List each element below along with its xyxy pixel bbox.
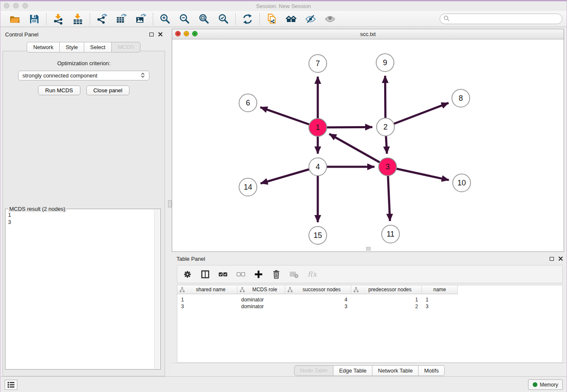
table-cell[interactable]: 1 [422, 297, 458, 303]
close-table-panel-icon[interactable] [559, 256, 563, 262]
canvas-resize-grip[interactable] [366, 247, 371, 251]
column-header-successor-nodes[interactable]: successor nodes [285, 285, 351, 294]
delete-columns-button[interactable] [271, 269, 281, 279]
table-cell[interactable]: 3 [177, 304, 237, 309]
result-scrollbar[interactable] [154, 210, 160, 369]
table-panel-header: Table Panel [172, 253, 567, 264]
edge-2-8[interactable] [385, 103, 449, 127]
node-label: 1 [316, 123, 320, 132]
graph-node-15[interactable]: 15 [309, 226, 327, 244]
node-label: 9 [383, 58, 387, 67]
network-maximize-button[interactable]: + [192, 31, 198, 36]
graph-node-6[interactable]: 6 [239, 94, 257, 112]
graph-node-14[interactable]: 14 [239, 178, 257, 196]
graph-node-2[interactable]: 2 [377, 118, 394, 136]
first-neighbors-icon [286, 14, 297, 25]
edge-3-10[interactable] [388, 167, 449, 180]
table-tab-motifs[interactable]: Motifs [418, 365, 445, 376]
table-cell[interactable]: 3 [285, 304, 351, 309]
import-table-icon [72, 14, 83, 25]
edge-3-1[interactable] [329, 134, 388, 167]
table-cell[interactable]: 3 [422, 304, 458, 309]
run-mcds-button[interactable]: Run MCDS [38, 86, 80, 95]
export-network-button[interactable] [96, 14, 107, 25]
search-input[interactable] [451, 15, 559, 22]
graph-node-1[interactable]: 1 [309, 119, 327, 136]
criterion-select[interactable]: strongly connected component [18, 71, 149, 80]
tab-mcds[interactable]: MCDS [111, 42, 140, 52]
float-table-panel-icon[interactable] [550, 257, 554, 261]
graph-node-9[interactable]: 9 [376, 54, 394, 72]
deselect-all-rows-button[interactable] [236, 269, 246, 279]
node-label: 4 [316, 163, 320, 171]
node-label: 6 [246, 99, 250, 107]
zoom-in-button[interactable] [160, 14, 171, 25]
table-cell[interactable]: dominator [237, 297, 285, 303]
table-tab-network-table[interactable]: Network Table [372, 365, 418, 376]
open-file-icon [9, 14, 20, 25]
network-close-button[interactable]: ✕ [175, 31, 181, 36]
import-table-button[interactable] [72, 14, 83, 25]
hide-selected-button[interactable] [305, 14, 316, 25]
column-header-name[interactable]: name [422, 285, 458, 294]
tab-select[interactable]: Select [84, 42, 112, 52]
save-session-button[interactable] [29, 14, 40, 25]
show-columns-button[interactable] [200, 269, 210, 279]
first-neighbors-button[interactable] [286, 14, 297, 25]
create-column-button[interactable] [253, 269, 264, 279]
graph-node-3[interactable]: 3 [379, 158, 396, 176]
toolbar-group [153, 14, 235, 25]
close-panel-button[interactable]: Close panel [86, 86, 130, 95]
graph-node-10[interactable]: 10 [453, 174, 471, 192]
import-network-button[interactable] [53, 14, 64, 25]
zoom-fit-icon [198, 14, 209, 25]
memory-button[interactable]: Memory [528, 379, 563, 390]
window-controls[interactable] [4, 3, 28, 8]
table-row[interactable]: 1dominator411 [177, 296, 562, 303]
table-cell[interactable]: 4 [285, 297, 351, 303]
graph-node-7[interactable]: 7 [309, 55, 327, 72]
table-cell[interactable]: 2 [351, 304, 422, 309]
column-header-predecessor-nodes[interactable]: predecessor nodes [351, 285, 422, 294]
column-header-MCDS-role[interactable]: MCDS role [237, 285, 285, 294]
network-canvas[interactable]: 7968124314101511 [172, 39, 564, 251]
node-label: 8 [459, 94, 463, 102]
apply-layout-button[interactable] [242, 14, 253, 25]
toolbar-group [47, 14, 90, 25]
zoom-window-button[interactable] [22, 3, 28, 8]
graph-node-8[interactable]: 8 [452, 89, 470, 107]
zoom-fit-button[interactable] [198, 14, 209, 25]
task-history-button[interactable] [5, 380, 17, 390]
table-tab-edge-table[interactable]: Edge Table [333, 365, 372, 376]
close-panel-icon[interactable] [158, 31, 162, 38]
table-cell[interactable]: 1 [351, 297, 422, 303]
table-row[interactable]: 3dominator323 [177, 303, 562, 310]
select-all-rows-button[interactable] [218, 269, 228, 279]
table-tab-node-table[interactable]: Node Table [294, 365, 334, 376]
export-table-button[interactable] [116, 14, 127, 25]
clone-network-button[interactable] [266, 14, 277, 25]
float-panel-icon[interactable] [149, 33, 154, 36]
zoom-selected-button[interactable] [218, 14, 229, 25]
table-mode-button[interactable] [182, 269, 193, 279]
table-panel: Table Panel f(x) shared nameMCDS rolesuc… [172, 253, 567, 378]
tab-network[interactable]: Network [27, 42, 60, 52]
search-box[interactable] [440, 14, 562, 24]
graph-node-11[interactable]: 11 [382, 225, 399, 243]
tab-style[interactable]: Style [59, 42, 84, 52]
minimize-window-button[interactable] [13, 3, 19, 8]
control-panel-header: Control Panel [0, 29, 167, 40]
column-header-shared-name[interactable]: shared name [177, 285, 237, 294]
graph-node-4[interactable]: 4 [309, 158, 327, 176]
export-image-button[interactable] [135, 14, 146, 25]
save-session-icon [29, 14, 40, 25]
show-all-button[interactable] [325, 14, 336, 25]
close-window-button[interactable] [4, 3, 9, 8]
panel-splitter-handle[interactable] [168, 200, 172, 207]
zoom-out-button[interactable] [179, 14, 190, 25]
table-cell[interactable]: 1 [177, 297, 237, 303]
network-minimize-button[interactable]: − [184, 31, 189, 36]
table-cell[interactable]: dominator [237, 304, 285, 309]
open-file-button[interactable] [9, 14, 20, 25]
mcds-result-box: MCDS result (2 nodes) 13 [5, 209, 161, 370]
